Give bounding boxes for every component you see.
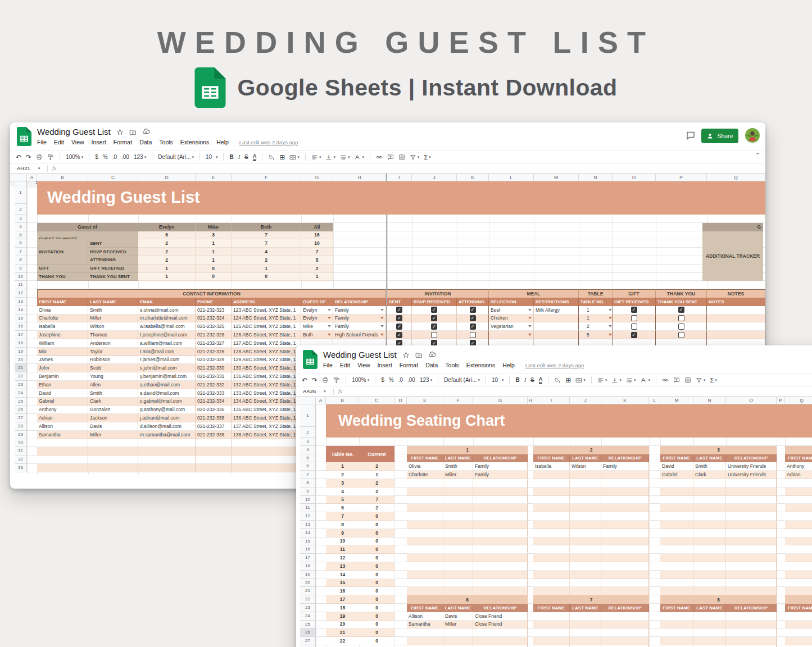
guest-cell[interactable]: 129 ABC Street, XYZ State, 1 [232, 356, 301, 364]
row-header-1[interactable]: 1 [15, 181, 27, 204]
seat-cell[interactable] [660, 554, 693, 562]
seat-cell[interactable] [693, 562, 726, 571]
guest-cell[interactable]: ✓ [457, 315, 489, 323]
row-header-1[interactable]: 1 [300, 404, 316, 427]
guest-cell[interactable] [707, 322, 765, 331]
list-current[interactable]: 2 [359, 479, 394, 487]
toolbar-merge-cells-button[interactable]: ▾ [289, 154, 300, 161]
dropdown-arrow-icon[interactable] [528, 317, 532, 319]
seat-table-header[interactable]: FIRST NAME [407, 454, 443, 463]
guest-cell[interactable]: Taylor [88, 348, 138, 356]
toolbar-insert-chart-button[interactable] [684, 377, 691, 384]
seat-table-header[interactable]: LAST NAME [443, 454, 473, 463]
seat-cell[interactable] [473, 479, 528, 487]
dropdown-arrow-icon[interactable] [609, 317, 612, 319]
guest-cell[interactable]: 2 [579, 322, 613, 331]
seat-cell[interactable] [693, 571, 726, 579]
seat-cell[interactable]: Olivia [407, 462, 443, 471]
toolbar-strikethrough-button[interactable]: S [244, 154, 248, 160]
guest-cell[interactable]: Mia [37, 348, 88, 356]
row-header-26[interactable]: 26 [15, 405, 27, 414]
seat-cell[interactable] [601, 637, 649, 645]
seat-table-number[interactable]: 2 [533, 446, 649, 454]
checkbox[interactable]: ✓ [431, 324, 437, 330]
menu-help[interactable]: Help [216, 139, 229, 145]
menu-extensions[interactable]: Extensions [466, 362, 495, 368]
seat-cell[interactable] [726, 628, 777, 637]
column-header-A[interactable]: A [316, 397, 326, 404]
summary-value[interactable]: 0 [232, 273, 301, 281]
seat-cell[interactable] [570, 579, 601, 587]
seat-cell[interactable] [443, 587, 473, 595]
guest-cell[interactable] [232, 447, 301, 455]
seat-cell[interactable] [407, 521, 443, 529]
seat-cell[interactable] [693, 521, 726, 529]
list-table-no[interactable]: 19 [326, 612, 359, 621]
list-current[interactable]: 0 [359, 554, 394, 562]
seat-cell[interactable] [533, 621, 570, 629]
seat-cell[interactable] [601, 496, 649, 504]
menu-file[interactable]: File [37, 139, 47, 145]
guest-cell[interactable]: 021-232-330 [196, 364, 232, 372]
seat-cell[interactable] [693, 579, 726, 587]
seat-cell[interactable] [785, 621, 812, 629]
seat-cell[interactable] [407, 512, 443, 521]
row-header-19[interactable]: 19 [15, 348, 27, 356]
toolbar-font-size-select-button[interactable]: 10 ▾ [492, 377, 503, 383]
toolbar-paint-format-button[interactable] [47, 154, 54, 161]
list-table-no[interactable]: 17 [326, 595, 359, 604]
row-header-14[interactable]: 14 [15, 306, 27, 315]
list-table-no[interactable]: 2 [326, 471, 359, 479]
guest-cell[interactable]: Miller [88, 315, 138, 323]
guest-cell[interactable]: 138 ABC Street, XYZ State, 1 [232, 431, 301, 439]
tracker-label[interactable]: ADDITIONAL TRACKER [702, 231, 763, 281]
seat-cell[interactable] [785, 521, 812, 529]
table-column-header[interactable]: LAST NAME [88, 298, 138, 306]
checkbox[interactable]: ✓ [631, 307, 637, 313]
seat-cell[interactable] [533, 521, 570, 529]
seat-cell[interactable] [473, 537, 528, 546]
seat-cell[interactable] [660, 487, 693, 496]
row-header-25[interactable]: 25 [15, 398, 27, 406]
row-header-10[interactable]: 10 [300, 496, 316, 504]
guest-cell[interactable]: 021-232-337 [196, 422, 232, 431]
row-header-22[interactable]: 22 [300, 595, 316, 604]
summary-header[interactable]: Mike [196, 223, 232, 231]
guest-cell[interactable]: Adrian [37, 414, 88, 422]
table-column-header[interactable]: EMAIL [138, 298, 196, 306]
dropdown-arrow-icon[interactable] [609, 309, 612, 311]
list-current[interactable]: 0 [359, 628, 394, 637]
seat-cell[interactable] [693, 612, 726, 621]
guest-cell[interactable]: ✓ [387, 322, 412, 331]
checkbox[interactable] [431, 332, 437, 338]
toolbar-redo-button[interactable]: ↷ [26, 153, 31, 161]
guest-cell[interactable]: 131 ABC Street, XYZ State, 1 [232, 372, 301, 381]
list-current[interactable]: 2 [359, 487, 394, 496]
guest-cell[interactable] [88, 439, 138, 448]
summary-value[interactable]: 1 [232, 265, 301, 273]
seat-table-header[interactable]: FIRST NAME [533, 604, 570, 612]
row-header-18[interactable]: 18 [300, 562, 316, 571]
list-current[interactable]: 0 [359, 595, 394, 604]
seat-cell[interactable] [407, 537, 443, 546]
checkbox[interactable] [470, 332, 476, 338]
seat-cell[interactable] [533, 479, 570, 487]
summary-header[interactable]: All [301, 223, 333, 231]
column-header-D[interactable]: D [138, 174, 196, 181]
guest-cell[interactable]: Smith [88, 306, 138, 315]
seat-cell[interactable] [693, 545, 726, 554]
row-header-27[interactable]: 27 [300, 637, 316, 645]
seat-cell[interactable] [473, 628, 528, 637]
checkbox[interactable] [678, 315, 684, 321]
guest-cell[interactable]: t.josephine@mail.com [138, 331, 196, 339]
toolbar-filter-button[interactable]: ▾ [696, 377, 706, 384]
table-column-header[interactable]: SELECTION [489, 298, 534, 306]
seat-cell[interactable] [726, 537, 777, 546]
seat-cell[interactable] [601, 529, 649, 537]
guest-cell[interactable]: ✓ [613, 306, 656, 315]
guest-cell[interactable]: a.william@mail.com [138, 339, 196, 348]
checkbox[interactable]: ✓ [470, 307, 476, 313]
seat-cell[interactable] [660, 529, 693, 537]
list-table-no[interactable]: 6 [326, 504, 359, 512]
last-edit-link[interactable]: Last edit was 2 days ago [525, 362, 584, 368]
